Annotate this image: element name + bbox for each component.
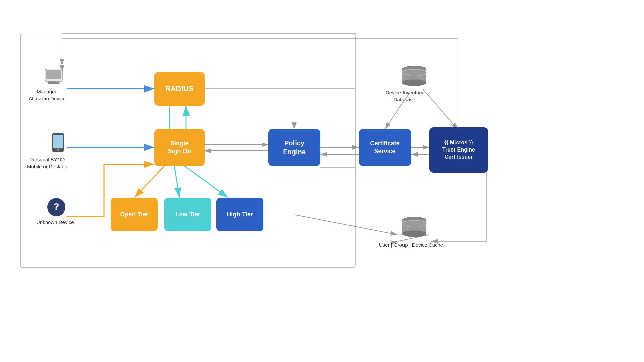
unknown-device-label: Unknown Device xyxy=(36,219,74,226)
svg-line-19 xyxy=(423,89,458,129)
svg-rect-27 xyxy=(46,70,61,79)
trust-engine-node: {{ Micros }}Trust EngineCert Issuer xyxy=(429,127,488,173)
user-group-cache-icon xyxy=(401,216,428,239)
radius-node: RADIUS xyxy=(154,72,205,106)
policy-engine-node: PolicyEngine xyxy=(268,129,320,166)
svg-point-44 xyxy=(402,230,426,237)
sso-node: SingleSign On xyxy=(154,129,205,166)
svg-point-38 xyxy=(402,79,426,86)
svg-rect-28 xyxy=(50,81,57,82)
certificate-service-node: CertificateService xyxy=(359,129,411,166)
svg-point-32 xyxy=(57,148,59,151)
byod-device-icon xyxy=(50,131,66,154)
svg-rect-31 xyxy=(53,135,63,148)
user-group-cache-label: User | Group | Device Cache xyxy=(379,241,443,248)
svg-text:?: ? xyxy=(53,201,59,212)
device-inventory-db-icon xyxy=(401,65,428,88)
svg-rect-29 xyxy=(48,82,60,84)
device-inventory-db-label: Device InventoryDatabase xyxy=(386,89,423,103)
low-tier-node: Low Tier xyxy=(164,198,211,231)
unknown-device-icon: ? xyxy=(46,197,66,217)
managed-device-label: ManagedAtlassian Device xyxy=(29,88,66,102)
diagram-container: ManagedAtlassian Device Personal BYODMob… xyxy=(0,0,644,362)
byod-device-label: Personal BYODMobile or Desktop xyxy=(27,156,67,170)
open-tier-node: Open Tier xyxy=(111,198,158,231)
high-tier-node: High Tier xyxy=(216,198,263,231)
managed-device-icon xyxy=(40,67,67,87)
